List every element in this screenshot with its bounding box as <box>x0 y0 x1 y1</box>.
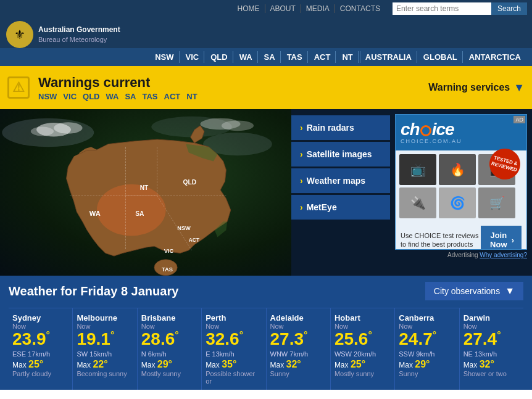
state-antarctica[interactable]: ANTARCTICA <box>464 51 526 63</box>
city-wind: NE 13km/h <box>463 350 520 358</box>
city-max: Max 32° <box>270 359 326 370</box>
main-content: WA SA NT QLD NSW ACT VIC TAS › Rain rada… <box>0 109 532 276</box>
satellite-images-link[interactable]: › Satellite images <box>291 142 390 167</box>
city-card: Perth Now 32.6° E 13km/h Max 35° Possibl… <box>202 308 266 390</box>
city-temp: 24.7° <box>399 330 455 349</box>
product-grill: 🔥 <box>439 154 476 185</box>
sidebar-links: › Rain radars › Satellite images › Weath… <box>291 109 390 276</box>
chevron-down-icon: ▼ <box>513 81 525 94</box>
ad-cta-text: Use CHOICE test reviews to find the best… <box>401 231 481 249</box>
arrow-icon: › <box>300 176 303 186</box>
city-now: Now <box>463 323 520 330</box>
warn-tas[interactable]: TAS <box>142 92 157 101</box>
city-condition: Shower or two <box>463 370 520 377</box>
city-temp: 19.1° <box>77 330 133 349</box>
rain-radars-link[interactable]: › Rain radars <box>291 115 390 140</box>
city-wind: WSW 20km/h <box>335 350 391 358</box>
city-now: Now <box>141 323 197 330</box>
ad-header: chice CHOICE.COM.AU <box>396 115 526 150</box>
city-now: Now <box>270 323 326 330</box>
state-sa[interactable]: SA <box>259 51 281 63</box>
city-condition: Sunny <box>399 370 455 377</box>
australia-svg: WA SA NT QLD NSW ACT VIC TAS <box>0 115 291 276</box>
ad-join-button[interactable]: Join Now › <box>481 226 522 250</box>
arrow-icon: › <box>512 236 514 245</box>
nav-home[interactable]: HOME <box>233 4 265 13</box>
city-max: Max 25° <box>335 359 391 370</box>
bureau-name: Bureau of Meteorology <box>38 35 120 44</box>
meteye-label: MetEye <box>307 202 337 212</box>
svg-point-3 <box>97 184 166 236</box>
warn-sa[interactable]: SA <box>125 92 136 101</box>
nav-about[interactable]: ABOUT <box>265 4 301 13</box>
why-advertising-link[interactable]: Why advertising? <box>480 252 527 258</box>
state-australia[interactable]: AUSTRALIA <box>360 51 417 63</box>
city-condition: Becoming sunny <box>77 370 133 377</box>
city-temp: 28.6° <box>141 330 197 349</box>
ad-cta: Use CHOICE test reviews to find the best… <box>396 222 526 250</box>
svg-text:NSW: NSW <box>177 225 191 231</box>
map-area: WA SA NT QLD NSW ACT VIC TAS <box>0 109 291 276</box>
weather-maps-link[interactable]: › Weather maps <box>291 168 390 193</box>
city-name: Melbourne <box>77 313 133 323</box>
ad-area: AD chice CHOICE.COM.AU 📺 🔥 📷 🔌 🌀 🛒 TE <box>390 109 532 276</box>
warn-nsw[interactable]: NSW <box>38 92 57 101</box>
top-navigation: HOME ABOUT MEDIA CONTACTS Search <box>0 0 532 17</box>
warn-act[interactable]: ACT <box>164 92 181 101</box>
city-condition: Partly cloudy <box>12 370 69 377</box>
meteye-link[interactable]: › MetEye <box>291 195 390 220</box>
city-wind: SSW 9km/h <box>399 350 455 358</box>
state-nsw[interactable]: NSW <box>150 51 179 63</box>
warn-vic[interactable]: VIC <box>63 92 77 101</box>
state-wa[interactable]: WA <box>235 51 258 63</box>
product-tv: 📺 <box>399 154 436 185</box>
city-obs-label: City observations <box>434 286 500 296</box>
city-wind: E 13km/h <box>206 350 262 358</box>
city-card: Hobart Now 25.6° WSW 20km/h Max 25° Most… <box>331 308 395 390</box>
city-name: Sydney <box>12 313 69 323</box>
warn-nt[interactable]: NT <box>186 92 197 101</box>
city-name: Darwin <box>463 313 520 323</box>
city-name: Hobart <box>335 313 391 323</box>
city-name: Canberra <box>399 313 455 323</box>
logo-row: ⚜ Australian Government Bureau of Meteor… <box>0 17 532 48</box>
city-card: Adelaide Now 27.3° WNW 7km/h Max 32° Sun… <box>267 308 331 390</box>
warn-wa[interactable]: WA <box>106 92 118 101</box>
city-card: Melbourne Now 19.1° SW 15km/h Max 22° Be… <box>73 308 137 390</box>
state-global[interactable]: GLOBAL <box>418 51 463 63</box>
ad-products: 📺 🔥 📷 🔌 🌀 🛒 TESTED & REVIEWED <box>396 150 526 222</box>
search-bar: Search <box>393 2 527 15</box>
state-tas[interactable]: TAS <box>282 51 308 63</box>
state-qld[interactable]: QLD <box>206 51 233 63</box>
nav-contacts[interactable]: CONTACTS <box>335 4 385 13</box>
city-temp: 23.9° <box>12 330 69 349</box>
chevron-down-icon: ▼ <box>505 286 515 297</box>
city-temp: 25.6° <box>335 330 391 349</box>
city-max: Max 29° <box>399 359 455 370</box>
product-washer: 🌀 <box>439 187 476 218</box>
logo-area: ⚜ Australian Government Bureau of Meteor… <box>6 21 120 48</box>
city-wind: SW 15km/h <box>77 350 133 358</box>
warn-qld[interactable]: QLD <box>83 92 99 101</box>
state-nt[interactable]: NT <box>337 51 358 63</box>
weather-header: Weather for Friday 8 January City observ… <box>9 282 523 300</box>
warning-services-label: Warning services <box>428 82 510 93</box>
search-input[interactable] <box>393 2 491 15</box>
state-act[interactable]: ACT <box>309 51 336 63</box>
city-now: Now <box>77 323 133 330</box>
warning-text: Warnings current NSW VIC QLD WA SA TAS A… <box>38 75 197 101</box>
warning-services-button[interactable]: Warning services ▼ <box>428 81 525 94</box>
product-vacuum: 🔌 <box>399 187 436 218</box>
svg-point-10 <box>54 122 83 134</box>
city-observations-button[interactable]: City observations ▼ <box>425 282 523 300</box>
city-name: Perth <box>206 313 262 323</box>
satellite-images-label: Satellite images <box>307 149 372 159</box>
city-wind: N 6km/h <box>141 350 197 358</box>
city-now: Now <box>206 323 262 330</box>
state-vic[interactable]: VIC <box>181 51 205 63</box>
city-condition: Sunny <box>270 370 326 377</box>
search-button[interactable]: Search <box>491 2 527 15</box>
nav-media[interactable]: MEDIA <box>301 4 335 13</box>
product-stroller: 🛒 <box>478 187 515 218</box>
city-condition: Mostly sunny <box>335 370 391 377</box>
